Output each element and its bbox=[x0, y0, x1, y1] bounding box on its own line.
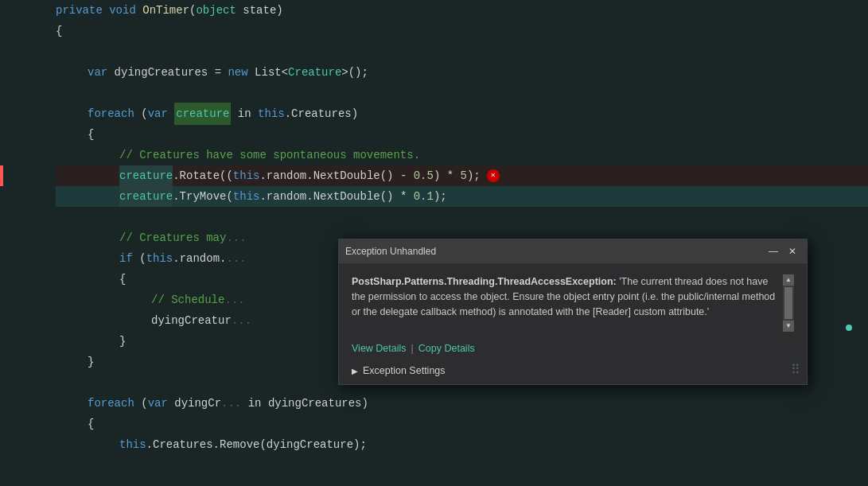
code-line bbox=[56, 83, 868, 103]
dialog-close-button[interactable]: ✕ bbox=[784, 245, 800, 258]
scrollbar-thumb[interactable] bbox=[784, 287, 792, 319]
dialog-body: PostSharp.Patterns.Threading.ThreadAcces… bbox=[339, 263, 807, 340]
dialog-links: View Details | Copy Details bbox=[339, 340, 807, 360]
code-line: foreach (var creature in this.Creatures) bbox=[56, 103, 868, 124]
code-line: var dyingCreatures = new List<Creature>(… bbox=[56, 62, 868, 83]
code-editor: private void OnTimer(object state) { var… bbox=[0, 0, 868, 486]
view-details-link[interactable]: View Details bbox=[352, 343, 407, 354]
error-icon bbox=[487, 169, 500, 182]
dialog-titlebar: Exception Unhandled — ✕ bbox=[339, 239, 807, 263]
code-line: { bbox=[56, 124, 868, 145]
scrollbar-up-arrow[interactable]: ▲ bbox=[783, 274, 794, 286]
copy-details-link[interactable]: Copy Details bbox=[418, 343, 475, 354]
line-numbers bbox=[0, 0, 40, 486]
dialog-title: Exception Unhandled bbox=[345, 246, 436, 257]
resize-dots: ⠿ bbox=[791, 362, 800, 378]
exception-settings-label[interactable]: Exception Settings bbox=[363, 365, 446, 376]
scrollbar-down-arrow[interactable]: ▼ bbox=[783, 321, 794, 332]
dialog-content: PostSharp.Patterns.Threading.ThreadAcces… bbox=[352, 274, 783, 332]
code-line: foreach (var dyingCr... in dyingCreature… bbox=[56, 393, 868, 414]
code-line: { bbox=[56, 21, 868, 41]
code-line: private void OnTimer(object state) bbox=[56, 0, 868, 21]
code-line: // Creatures have some spontaneous movem… bbox=[56, 145, 868, 165]
code-line-error: creature.Rotate((this.random.NextDouble(… bbox=[56, 165, 868, 186]
dialog-scrollbar[interactable]: ▲ ▼ bbox=[783, 274, 794, 332]
code-line bbox=[56, 207, 868, 227]
exception-type: PostSharp.Patterns.Threading.ThreadAcces… bbox=[352, 276, 617, 287]
code-line: this.Creatures.Remove(dyingCreature); bbox=[56, 434, 868, 455]
code-line bbox=[56, 41, 868, 62]
expand-icon: ▶ bbox=[352, 367, 358, 375]
code-line: { bbox=[56, 414, 868, 434]
exception-dialog: Exception Unhandled — ✕ PostSharp.Patter… bbox=[338, 239, 808, 385]
dialog-minimize-button[interactable]: — bbox=[765, 245, 781, 258]
code-line: creature.TryMove(this.random.NextDouble(… bbox=[56, 186, 868, 207]
link-separator: | bbox=[411, 343, 414, 354]
green-dot-indicator bbox=[846, 325, 852, 331]
dialog-footer: ▶ Exception Settings bbox=[339, 360, 807, 384]
dialog-controls: — ✕ bbox=[765, 245, 800, 258]
